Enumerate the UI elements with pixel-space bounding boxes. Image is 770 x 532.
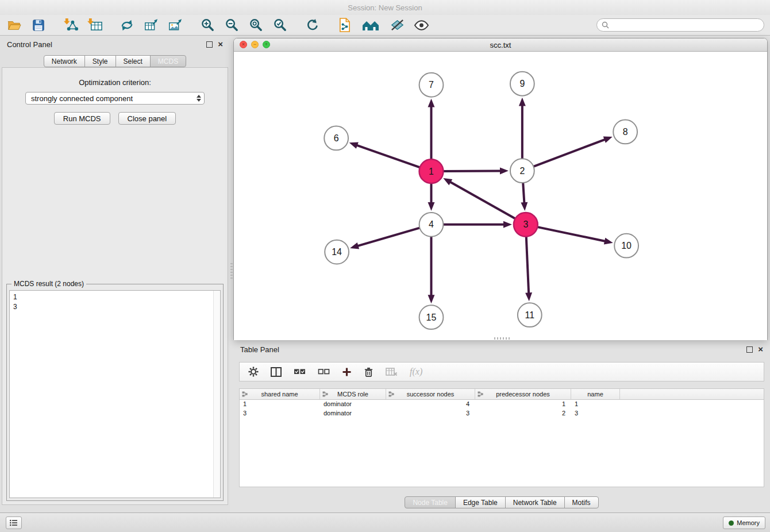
splitter-grip-horizontal[interactable] (494, 337, 510, 340)
graph-node[interactable]: 2 (510, 159, 534, 183)
graphics-details-icon[interactable] (388, 17, 406, 33)
select-all-rows-icon[interactable] (294, 367, 306, 376)
birds-eye-view-icon[interactable] (413, 17, 430, 33)
graph-node[interactable]: 7 (419, 73, 444, 97)
zoom-in-icon[interactable] (199, 17, 216, 33)
graph-edge[interactable] (533, 137, 612, 167)
tab-node-table[interactable]: Node Table (405, 496, 456, 508)
table-row[interactable]: 1 dominator 4 1 1 (240, 400, 764, 409)
search-input[interactable] (612, 21, 759, 30)
graph-node[interactable]: 6 (324, 126, 348, 150)
window-minimize-button[interactable]: − (251, 41, 259, 48)
result-scrollbar[interactable] (213, 291, 220, 498)
cell-successor-nodes[interactable]: 4 (386, 400, 475, 409)
cell-filler (620, 409, 764, 418)
home-views-icon[interactable] (360, 17, 382, 33)
save-session-icon[interactable] (30, 17, 47, 33)
cell-name[interactable]: 3 (571, 409, 620, 418)
cell-name[interactable]: 1 (571, 400, 620, 409)
column-header-successor-nodes[interactable]: successor nodes (386, 389, 475, 400)
graph-edge[interactable] (428, 99, 435, 160)
new-document-network-icon[interactable] (336, 17, 353, 33)
cell-predecessor-nodes[interactable]: 2 (475, 409, 571, 418)
tab-mcds[interactable]: MCDS (150, 55, 186, 67)
close-table-panel-icon[interactable]: × (758, 346, 763, 353)
graph-edge[interactable] (443, 221, 512, 228)
zoom-out-icon[interactable] (223, 17, 240, 33)
zoom-selected-icon[interactable] (271, 17, 288, 33)
tab-style[interactable]: Style (84, 55, 116, 67)
column-label: MCDS role (337, 391, 368, 398)
cell-mcds-role[interactable]: dominator (320, 400, 386, 409)
cell-predecessor-nodes[interactable]: 1 (475, 400, 571, 409)
graph-node[interactable]: 10 (614, 234, 638, 258)
mcds-result-list[interactable]: 1 3 (9, 290, 221, 498)
graph-edge[interactable] (443, 178, 515, 219)
column-type-icon (478, 391, 483, 397)
splitter-grip-vertical[interactable] (230, 263, 233, 279)
column-header-mcds-role[interactable]: MCDS role (320, 389, 386, 400)
table-row[interactable]: 3 dominator 3 2 3 (240, 409, 764, 418)
show-columns-icon[interactable] (271, 367, 282, 377)
memory-button[interactable]: Memory (723, 516, 765, 529)
show-panel-menu-button[interactable] (6, 516, 22, 529)
graph-edge[interactable] (428, 183, 435, 211)
create-column-plus-icon[interactable] (342, 367, 352, 377)
graph-edge[interactable] (521, 183, 528, 211)
graph-node[interactable]: 8 (613, 120, 637, 144)
table-settings-gear-icon[interactable] (248, 367, 259, 377)
graph-node[interactable]: 1 (419, 159, 444, 183)
open-file-icon[interactable] (6, 17, 23, 33)
tab-network-table[interactable]: Network Table (505, 496, 565, 508)
graph-edge[interactable] (428, 237, 435, 304)
network-from-selection-icon[interactable] (118, 17, 136, 33)
float-panel-icon[interactable] (206, 41, 213, 48)
graph-node[interactable]: 11 (518, 303, 542, 327)
run-mcds-button[interactable]: Run MCDS (54, 112, 110, 125)
window-close-button[interactable]: × (240, 41, 247, 48)
column-label: name (587, 391, 603, 398)
cell-shared-name[interactable]: 1 (240, 400, 320, 409)
tab-motifs[interactable]: Motifs (564, 496, 599, 508)
column-header-filler (620, 389, 764, 400)
float-table-panel-icon[interactable] (746, 346, 753, 353)
export-table-icon[interactable] (143, 17, 160, 33)
close-panel-button[interactable]: Close panel (118, 112, 176, 125)
tab-network[interactable]: Network (44, 55, 85, 67)
delete-column-trash-icon[interactable] (364, 367, 374, 377)
cell-successor-nodes[interactable]: 3 (386, 409, 475, 418)
graph-node[interactable]: 15 (419, 305, 444, 329)
refresh-view-icon[interactable] (303, 17, 321, 33)
delete-table-icon[interactable] (386, 367, 398, 376)
optimization-select[interactable]: strongly connected component (25, 92, 205, 105)
network-canvas[interactable]: 7986124310141511 (234, 52, 767, 340)
graph-edge[interactable] (525, 237, 532, 302)
graph-edge[interactable] (443, 167, 509, 174)
graph-edge[interactable] (350, 228, 419, 249)
zoom-fit-icon[interactable] (247, 17, 264, 33)
column-header-predecessor-nodes[interactable]: predecessor nodes (475, 389, 571, 400)
close-control-panel-icon[interactable]: × (218, 41, 223, 48)
control-panel-header: Control Panel × (0, 36, 230, 53)
graph-node[interactable]: 4 (419, 213, 444, 237)
graph-edge[interactable] (537, 227, 613, 244)
export-image-icon[interactable] (167, 17, 184, 33)
import-table-icon[interactable] (86, 17, 103, 33)
graph-node[interactable]: 14 (325, 240, 349, 264)
graph-node[interactable]: 3 (514, 213, 538, 237)
column-header-name[interactable]: name (571, 389, 620, 400)
window-zoom-button[interactable]: + (263, 41, 270, 48)
deselect-all-rows-icon[interactable] (318, 367, 330, 376)
graph-edge[interactable] (349, 142, 420, 168)
search-field[interactable] (596, 18, 764, 32)
import-network-icon[interactable] (62, 17, 79, 33)
tab-edge-table[interactable]: Edge Table (455, 496, 506, 508)
column-header-shared-name[interactable]: shared name (240, 389, 320, 400)
cell-shared-name[interactable]: 3 (240, 409, 320, 418)
tab-select[interactable]: Select (116, 55, 151, 67)
graph-node[interactable]: 9 (510, 72, 534, 96)
cell-mcds-role[interactable]: dominator (320, 409, 386, 418)
function-builder-icon[interactable]: f(x) (410, 367, 422, 377)
graph-edge[interactable] (519, 98, 526, 159)
network-window-titlebar[interactable]: × − + scc.txt (234, 38, 767, 52)
